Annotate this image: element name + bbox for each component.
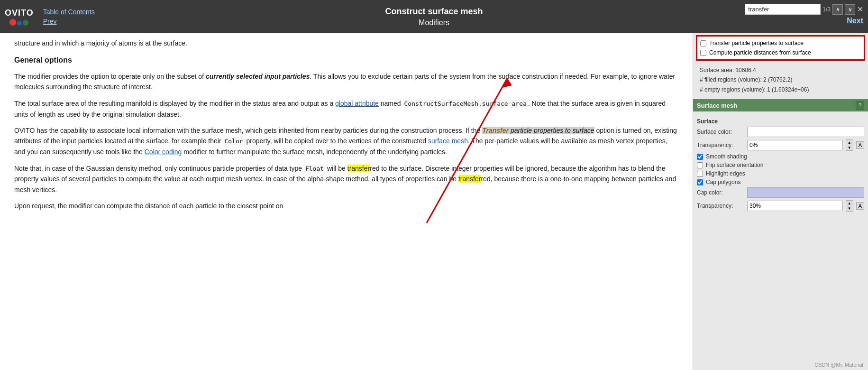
cap-row: Cap polygons [697,179,864,185]
stat-surface-area: Surface area: 10686.4 [700,65,861,75]
transparency2-label: Transparency: [697,203,744,209]
compute-checkbox[interactable] [700,50,706,56]
stat-empty-regions: # empty regions (volume): 1 (1.60324e+06… [700,85,861,94]
color-coding-link[interactable]: Color coding [145,148,182,156]
transparency-up[interactable]: ▲ [846,140,853,145]
transfer-checkbox-row: Transfer particle properties to surface [700,38,861,48]
p3-code: Color [223,137,244,145]
transfer-checkbox[interactable] [700,40,706,46]
p4-highlight2: transfer [458,175,481,183]
transparency2-value: 30% [747,201,843,211]
cap-polygons-checkbox[interactable] [697,179,703,185]
transparency-down[interactable]: ▼ [846,145,853,150]
flip-label: Flip surface orientation [706,162,763,168]
highlight-edges-row: Highlight edges [697,170,864,177]
topbar: OVITO Table of Contents Prev Construct s… [0,0,868,33]
logo-text: OVITO [5,8,34,18]
surface-mesh-link[interactable]: surface mesh [428,137,468,145]
main-content: structure and in which a majority of ato… [0,33,868,370]
p4-highlight1: transfer [347,165,370,172]
search-bar-area: 1/3 ∧ ∨ ✕ Next [745,4,863,25]
nav-prev-link[interactable]: Prev [43,18,95,25]
main-title: Construct surface mesh [385,7,483,17]
transparency2-up[interactable]: ▲ [846,201,853,206]
surface-color-value[interactable] [747,127,864,137]
transparency-row: Transparency: 0% ▲ ▼ A [697,139,864,151]
cap-color-label: Cap color: [697,189,744,196]
smooth-shading-row: Smooth shading [697,153,864,160]
cap-color-row: Cap color: [697,187,864,198]
p1: The modifier provides the option to oper… [14,71,678,92]
watermark: CSDN @Mr. Material [814,362,863,368]
surface-mesh-title: Surface mesh [697,102,737,109]
search-count: 1/3 [822,6,831,13]
search-input[interactable] [745,4,821,15]
nav-toc-link[interactable]: Table of Contents [43,8,95,16]
stats-box: Surface area: 10686.4 # filled regions (… [695,63,866,97]
stat-filled-regions: # filled regions (volume): 2 (70762.2) [700,75,861,84]
right-panel: Transfer particle properties to surface … [693,33,868,370]
p2-code: ConstructSurfaceMesh.surface_area [403,100,528,108]
doc-area: structure and in which a majority of ato… [0,33,693,370]
ball-green [23,20,28,26]
ball-blue [17,21,22,26]
highlight-edges-label: Highlight edges [706,170,745,177]
transparency-spin[interactable]: ▲ ▼ [846,139,853,151]
p2: The total surface area of the resulting … [14,98,678,120]
search-prev-btn[interactable]: ∧ [832,4,843,15]
center-title: Construct surface mesh Modifiers [385,7,483,27]
transparency2-spin[interactable]: ▲ ▼ [846,200,853,212]
p3-highlight: Transfer particle properties to surface [482,127,594,134]
transfer-label: Transfer particle properties to surface [709,40,804,46]
panel-body: Surface Surface color: Transparency: 0% … [693,113,868,217]
next-link[interactable]: Next [847,17,863,25]
logo-balls [9,19,28,26]
p5: Upon request, the modifier can compute t… [14,201,678,211]
surface-section-label: Surface [697,118,864,125]
transparency-a-btn[interactable]: A [856,141,864,149]
transparency-label: Transparency: [697,142,744,148]
transparency2-row: Transparency: 30% ▲ ▼ A [697,200,864,212]
surface-color-label: Surface color: [697,129,744,135]
cap-color-value[interactable] [747,187,864,198]
global-attribute-link[interactable]: global attribute [335,100,379,107]
transparency-value: 0% [747,140,843,150]
logo-area: OVITO [5,8,34,26]
smooth-shading-checkbox[interactable] [697,154,703,160]
transfer-box: Transfer particle properties to surface … [696,35,865,61]
search-next-btn[interactable]: ∨ [845,4,855,15]
transparency2-down[interactable]: ▼ [846,206,853,211]
highlight-edges-checkbox[interactable] [697,171,703,177]
search-box-row: 1/3 ∧ ∨ ✕ [745,4,863,15]
compute-checkbox-row: Compute particle distances from surface [700,48,861,57]
search-close-btn[interactable]: ✕ [857,6,863,13]
help-btn[interactable]: ? [856,101,864,110]
p4: Note that, in case of the Gaussian densi… [14,163,678,195]
p3: OVITO has the capability to associate lo… [14,125,678,157]
surface-mesh-header: Surface mesh ? [693,99,868,111]
cap-label: Cap polygons [706,179,740,185]
flip-row: Flip surface orientation [697,162,864,168]
flip-checkbox[interactable] [697,162,703,168]
compute-label: Compute particle distances from surface [709,49,811,56]
transparency2-a-btn[interactable]: A [856,202,864,210]
ball-red [9,19,16,26]
sub-title: Modifiers [385,18,483,27]
p1-emphasis: currently selected input particles [206,73,310,80]
surface-color-row: Surface color: [697,127,864,137]
general-heading: General options [14,54,678,66]
p4-code: Float [304,165,325,173]
nav-links: Table of Contents Prev [43,8,95,25]
smooth-shading-label: Smooth shading [706,153,747,160]
intro-para: structure and in which a majority of ato… [14,38,678,48]
